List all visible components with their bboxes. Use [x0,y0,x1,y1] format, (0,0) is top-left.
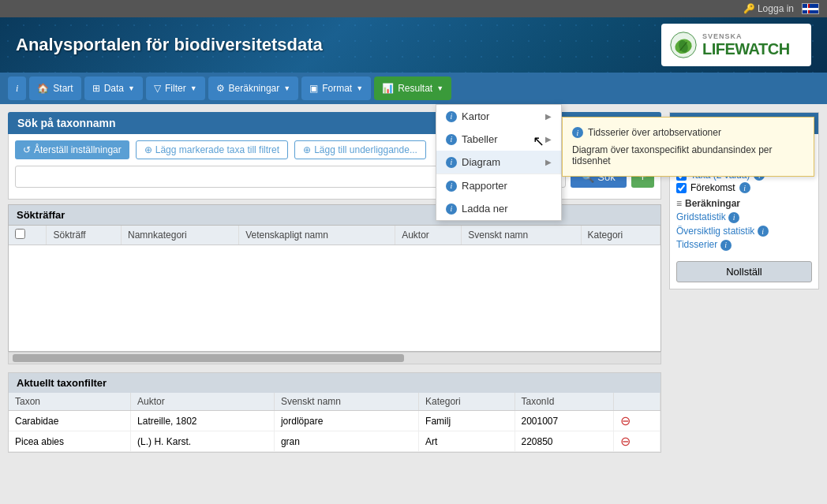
taxon-cat-2: Art [419,431,515,452]
login-button[interactable]: 🔑 Logga in [743,3,794,14]
remove-1-btn[interactable]: ⊖ [613,411,660,431]
col-soktraff: Sökträff [47,226,122,245]
filter-label: Filter [165,83,186,94]
resultat-icon: 📊 [382,83,394,94]
oversiktlig-info-icon[interactable]: i [758,226,769,237]
col-namnkategori: Namnkategori [122,226,239,245]
berakningar-label: Beräkningar [229,83,280,94]
submenu-icon-1: i [572,127,583,138]
taxon-col-taxon: Taxon [9,393,131,411]
taxon-id-2: 220850 [515,431,613,452]
tidsserier-link[interactable]: Tidsserier i [676,239,812,251]
forekomst-checkbox[interactable] [676,183,687,193]
ladda-item-left: i Ladda ner [446,203,508,215]
scrollbar-thumb[interactable] [13,354,404,362]
oversiktlig-label: Översiktlig statistik [676,226,754,237]
add-filter-icon: ⊕ [144,144,152,155]
resultat-caret: ▼ [436,84,443,92]
add-filter-button[interactable]: ⊕ Lägg markerade taxa till filtret [136,140,288,159]
language-flag[interactable] [802,3,819,14]
dropdown-item-diagram[interactable]: i Diagram ▶ [436,151,561,174]
select-all-checkbox[interactable] [15,229,25,239]
horizontal-scrollbar[interactable] [8,352,661,364]
kartor-chevron: ▶ [545,112,552,121]
tabeller-label: Tabeller [462,133,498,145]
gridstatistik-label: Gridstatistik [676,211,726,222]
col-kategori: Kategori [581,226,660,245]
home-icon: 🏠 [37,83,49,94]
info-button[interactable]: i [8,77,26,100]
format-icon: ▣ [309,83,318,94]
taxon-sv-2: gran [274,431,418,452]
reset-button[interactable]: ↺ Återställ inställningar [15,140,129,159]
diagram-item-left: i Diagram [446,156,500,168]
resultat-button[interactable]: 📊 Resultat ▼ [374,77,451,100]
forekomst-info-icon[interactable]: i [739,182,750,193]
taxon-col-auktor: Auktor [131,393,275,411]
remove-2-btn[interactable]: ⊖ [613,431,660,452]
dropdown-item-tabeller[interactable]: i Tabeller ▶ [436,128,561,151]
submenu-item-2[interactable]: Diagram över taxonspecifikt abundansinde… [572,141,804,170]
flag-cross-v [808,4,810,14]
start-button[interactable]: 🏠 Start [29,77,80,100]
logo: SVENSKA LIFEWATCH [661,24,811,66]
reset-icon: ↺ [23,144,31,155]
resultat-label: Resultat [398,83,432,94]
gridstatistik-info-icon[interactable]: i [728,212,739,223]
format-label: Format [322,83,352,94]
logo-brand: LIFEWATCH [702,40,790,58]
ladda-icon: i [446,203,457,215]
add-filter-label: Lägg markerade taxa till filtret [155,144,279,155]
tabeller-chevron: ▶ [545,135,552,144]
rapporter-item-left: i Rapporter [446,180,507,192]
rapporter-label: Rapporter [462,180,507,192]
oversiktlig-link[interactable]: Översiktlig statistik i [676,226,812,237]
results-table: Sökträff Namnkategori Vetenskapligt namn… [9,226,660,245]
calc-icon: ≡ [676,198,682,209]
col-checkbox [9,226,47,245]
logo-icon [669,31,698,59]
col-vetenskapligt: Vetenskapligt namn [239,226,395,245]
taxon-id-1: 2001007 [515,411,613,431]
taxon-auktor-2: (L.) H. Karst. [131,431,275,452]
add-sub-button[interactable]: ⊕ Lägg till underliggande... [294,140,426,159]
filter-button[interactable]: ▽ Filter ▼ [146,77,205,100]
submenu-label-2: Diagram över taxonspecifikt abundansinde… [572,144,804,166]
dropdown-item-ladda[interactable]: i Ladda ner [436,197,561,220]
tidsserier-info-icon[interactable]: i [720,240,732,251]
table-row: Carabidae Latreille, 1802 jordlöpare Fam… [9,411,660,431]
dropdown-item-kartor[interactable]: i Kartor ▶ [436,105,561,128]
format-button[interactable]: ▣ Format ▼ [301,77,371,100]
diagram-label: Diagram [462,156,500,168]
data-label: Data [104,83,124,94]
taxon-cat-1: Familj [419,411,515,431]
data-button[interactable]: ⊞ Data ▼ [84,77,143,100]
taxon-header-row: Taxon Auktor Svenskt namn Kategori Taxon… [9,393,660,411]
diagram-icon: i [446,157,457,168]
nollstall-button[interactable]: Nollställ [676,261,812,282]
results-table-container: Sökträff Namnkategori Vetenskapligt namn… [8,226,661,352]
taxon-col-svenskt: Svenskt namn [274,393,418,411]
diagram-chevron: ▶ [545,158,552,166]
ladda-label: Ladda ner [462,203,508,215]
taxon-col-kategori: Kategori [419,393,515,411]
taxon-auktor-1: Latreille, 1802 [131,411,275,431]
taxon-name-2: Picea abies [9,431,131,452]
kartor-label: Kartor [462,110,489,122]
tabeller-icon: i [446,134,457,145]
filter-icon: ▽ [154,83,161,94]
taxon-col-remove [613,393,660,411]
dropdown-item-rapporter[interactable]: i Rapporter [436,174,561,197]
submenu-item-1[interactable]: i Tidsserier över artobservationer [572,124,804,141]
gridstatistik-link[interactable]: Gridstatistik i [676,211,812,223]
berakningar-button[interactable]: ⚙ Beräkningar ▼ [208,77,299,100]
table-header-row: Sökträff Namnkategori Vetenskapligt namn… [9,226,660,245]
data-icon: ⊞ [92,83,100,94]
taxon-col-id: TaxonId [515,393,613,411]
berakningar-section-title: ≡ Beräkningar [676,198,812,209]
berakningar-icon: ⚙ [216,83,225,94]
resultat-dropdown: i Kartor ▶ i Tabeller ▶ i Diagram ▶ i Ra… [436,104,562,221]
diagram-submenu: i Tidsserier över artobservationer Diagr… [562,117,814,177]
add-sub-label: Lägg till underliggande... [314,144,417,155]
top-bar: 🔑 Logga in [0,0,827,17]
